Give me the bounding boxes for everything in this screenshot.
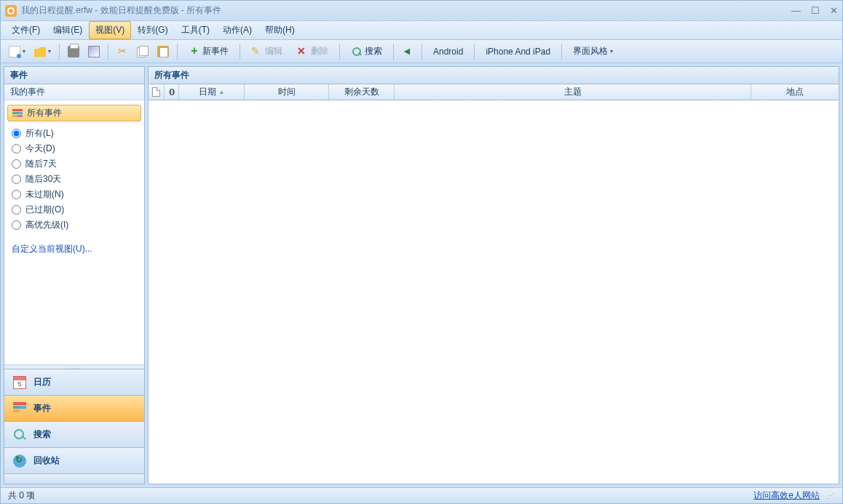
nav-recycle[interactable]: 回收站 xyxy=(4,447,144,473)
filter-next7[interactable]: 随后7天 xyxy=(12,156,137,172)
sidebar-header-events: 事件 xyxy=(4,67,144,84)
tb-edit[interactable]: 编辑 xyxy=(245,43,289,60)
toolbar: ▾ ▾ 新事件 编辑 删除 搜索 Android iPhone And iPad… xyxy=(1,40,842,63)
tb-android[interactable]: Android xyxy=(427,43,470,60)
nav-calendar[interactable]: 日历 xyxy=(4,369,144,395)
minimize-button[interactable]: — xyxy=(791,6,801,15)
statusbar: 共 0 项 访问高效e人网站 ⋰ xyxy=(1,487,842,503)
tb-search[interactable]: 搜索 xyxy=(344,43,389,60)
grid-body[interactable] xyxy=(149,100,839,484)
copy-icon xyxy=(137,46,149,57)
col-type-icon[interactable] xyxy=(149,84,165,100)
filter-list: 所有(L) 今天(D) 随后7天 随后30天 未过期(N) 已过期(O) 高优先… xyxy=(4,123,144,236)
tb-open[interactable]: ▾ xyxy=(31,43,55,60)
preview-icon xyxy=(88,46,100,57)
filter-next30[interactable]: 随后30天 xyxy=(12,172,137,187)
menu-view[interactable]: 视图(V) xyxy=(89,21,131,39)
filter-not-overdue[interactable]: 未过期(N) xyxy=(12,187,137,202)
delete-icon xyxy=(297,46,309,57)
edit-icon xyxy=(251,46,263,57)
print-icon xyxy=(68,46,79,57)
nav-calendar-label: 日历 xyxy=(33,376,51,388)
menu-goto[interactable]: 转到(G) xyxy=(131,21,174,39)
tb-skin[interactable]: 界面风格▾ xyxy=(566,43,620,60)
tree-all-events[interactable]: 所有事件 xyxy=(7,105,141,121)
col-attach-icon[interactable]: 𝟬 xyxy=(165,84,179,100)
sidebar-tree: 所有事件 所有(L) 今天(D) 随后7天 随后30天 未过期(N) 已过期(O… xyxy=(4,100,144,364)
tb-delete[interactable]: 删除 xyxy=(290,43,335,60)
back-icon xyxy=(402,46,413,57)
nav-events[interactable]: 事件 xyxy=(4,395,144,421)
sidebar-subheader-myevents[interactable]: 我的事件 xyxy=(4,84,144,100)
nav-recycle-label: 回收站 xyxy=(33,455,60,467)
window-controls: — ☐ ✕ xyxy=(791,6,838,15)
filter-all[interactable]: 所有(L) xyxy=(12,126,137,141)
status-link[interactable]: 访问高效e人网站 xyxy=(753,489,820,502)
new-doc-icon xyxy=(9,46,20,57)
search-icon xyxy=(351,46,363,57)
nav-buttons: 日历 事件 搜索 回收站 xyxy=(4,369,144,473)
main-panel: 所有事件 𝟬 日期▲ 时间 剩余天数 主题 地点 xyxy=(148,66,839,484)
grid-header: 𝟬 日期▲ 时间 剩余天数 主题 地点 xyxy=(149,84,839,100)
menu-file[interactable]: 文件(F) xyxy=(5,21,47,39)
tree-all-events-label: 所有事件 xyxy=(27,107,62,119)
recycle-icon xyxy=(13,455,26,468)
maximize-button[interactable]: ☐ xyxy=(811,6,820,15)
sort-asc-icon: ▲ xyxy=(219,89,225,95)
events-icon xyxy=(13,402,26,415)
menu-action[interactable]: 动作(A) xyxy=(216,21,258,39)
tb-copy[interactable] xyxy=(133,43,152,60)
cut-icon xyxy=(116,46,128,57)
sidebar: 事件 我的事件 所有事件 所有(L) 今天(D) 随后7天 随后30天 未过期(… xyxy=(4,66,145,484)
app-icon xyxy=(5,5,17,17)
menu-edit[interactable]: 编辑(E) xyxy=(47,21,89,39)
close-button[interactable]: ✕ xyxy=(830,6,838,15)
tb-cut[interactable] xyxy=(113,43,132,60)
calendar-icon xyxy=(13,376,26,389)
menubar: 文件(F) 编辑(E) 视图(V) 转到(G) 工具(T) 动作(A) 帮助(H… xyxy=(1,21,842,40)
tb-preview[interactable] xyxy=(84,43,103,60)
paste-icon xyxy=(157,46,169,57)
tb-new-event[interactable]: 新事件 xyxy=(182,43,235,60)
tb-new[interactable]: ▾ xyxy=(5,43,29,60)
nav-search[interactable]: 搜索 xyxy=(4,421,144,447)
events-grid-icon xyxy=(12,109,23,118)
titlebar: 我的日程提醒.erfw - 效能日程提醒免费版 - 所有事件 — ☐ ✕ xyxy=(1,1,842,21)
plus-icon xyxy=(189,46,200,57)
col-subject[interactable]: 主题 xyxy=(395,84,751,100)
filter-high-priority[interactable]: 高优先级(I) xyxy=(12,217,137,233)
folder-open-icon xyxy=(34,46,46,57)
doc-icon xyxy=(152,87,160,97)
nav-footer xyxy=(4,473,144,484)
menu-tools[interactable]: 工具(T) xyxy=(175,21,216,39)
nav-events-label: 事件 xyxy=(33,402,51,415)
window-title: 我的日程提醒.erfw - 效能日程提醒免费版 - 所有事件 xyxy=(21,4,791,17)
col-place[interactable]: 地点 xyxy=(751,84,839,100)
resize-grip[interactable]: ⋰ xyxy=(827,492,835,500)
search-nav-icon xyxy=(13,428,26,441)
status-count: 共 0 项 xyxy=(8,489,35,502)
attachment-icon: 𝟬 xyxy=(169,87,175,97)
menu-help[interactable]: 帮助(H) xyxy=(258,21,301,39)
customize-view-link[interactable]: 自定义当前视图(U)... xyxy=(4,236,144,263)
col-days-left[interactable]: 剩余天数 xyxy=(329,84,395,100)
tb-print[interactable] xyxy=(64,43,83,60)
tb-paste[interactable] xyxy=(154,43,173,60)
filter-today[interactable]: 今天(D) xyxy=(12,141,137,156)
nav-search-label: 搜索 xyxy=(33,428,51,441)
content-area: 事件 我的事件 所有事件 所有(L) 今天(D) 随后7天 随后30天 未过期(… xyxy=(1,63,842,487)
col-time[interactable]: 时间 xyxy=(245,84,329,100)
main-header: 所有事件 xyxy=(149,67,839,84)
col-date[interactable]: 日期▲ xyxy=(179,84,245,100)
tb-back[interactable] xyxy=(398,43,417,60)
filter-overdue[interactable]: 已过期(O) xyxy=(12,202,137,217)
tb-iphone[interactable]: iPhone And iPad xyxy=(479,43,557,60)
